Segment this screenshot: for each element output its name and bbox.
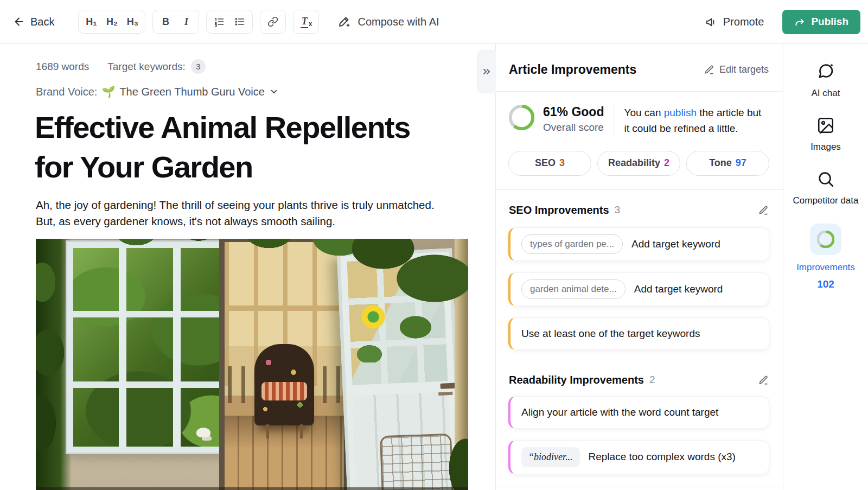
italic-button[interactable]: I: [176, 12, 196, 31]
seo-improvements-header: SEO Improvements 3: [496, 190, 783, 217]
target-keywords-label: Target keywords:: [107, 61, 186, 73]
score-message: You can publish the article but it could…: [614, 105, 769, 137]
h1-button[interactable]: H₁: [81, 12, 101, 31]
search-icon: [816, 170, 835, 188]
link-icon: [267, 16, 278, 27]
bullet-list-icon: [234, 16, 245, 27]
seo-improvement-card[interactable]: types of garden pe... Add target keyword: [508, 227, 769, 261]
promote-label: Promote: [723, 16, 764, 28]
complex-word-chip[interactable]: “biodiver...: [521, 447, 580, 467]
chevron-down-icon: [269, 87, 279, 97]
pencil-icon: [758, 205, 769, 215]
link-group: [260, 10, 286, 34]
overall-score-block: 61% Good Overall score You can publish t…: [496, 92, 783, 137]
collapse-panel-button[interactable]: [477, 50, 496, 93]
top-toolbar: Back H₁ H₂ H₃ B I Tx: [0, 0, 868, 44]
overall-score-donut: [509, 105, 534, 130]
heading-format-group: H₁ H₂ H₃: [78, 10, 145, 34]
brand-voice-label: Brand Voice:: [36, 86, 97, 98]
readability-improvement-card[interactable]: “biodiver... Replace too complex words (…: [508, 440, 769, 474]
picture-icon: [816, 116, 835, 135]
article-title[interactable]: Effective Animal Repellents for Your Gar…: [35, 108, 447, 187]
arrow-left-icon: [13, 16, 25, 28]
panel-bottom-divider: [496, 487, 783, 487]
progress-donut-icon: [817, 231, 834, 248]
pencil-icon: [704, 65, 714, 75]
tone-score-pill[interactable]: Tone 97: [686, 151, 769, 176]
seo-improvement-card[interactable]: garden animal dete... Add target keyword: [508, 272, 769, 306]
score-pills: SEO 3 Readability 2 Tone 97: [496, 137, 783, 190]
keyword-chip[interactable]: types of garden pe...: [521, 234, 623, 254]
bullet-list-button[interactable]: [229, 12, 250, 31]
improvements-active-tile: [810, 224, 841, 255]
rail-item-improvements[interactable]: Improvements 102: [790, 224, 861, 290]
chat-sparkle-icon: [816, 61, 835, 81]
overall-score-caption: Overall score: [543, 122, 604, 133]
article-intro[interactable]: Ah, the joy of gardening! The thrill of …: [36, 197, 470, 230]
target-keywords-count-badge[interactable]: 3: [191, 59, 206, 74]
improvements-count: 102: [817, 278, 834, 290]
publish-button[interactable]: Publish: [782, 10, 860, 34]
clear-formatting-icon: T: [301, 16, 308, 28]
photo-right-grass: [441, 430, 468, 490]
target-keywords[interactable]: Target keywords: 3: [107, 59, 206, 74]
content-editor-app: Back H₁ H₂ H₃ B I Tx: [0, 0, 868, 490]
bold-button[interactable]: B: [155, 12, 176, 31]
compose-with-ai-button[interactable]: Compose with AI: [338, 15, 439, 28]
pencil-icon: [758, 375, 769, 385]
share-arrow-icon: [794, 16, 806, 28]
seo-edit-button[interactable]: [758, 205, 769, 215]
article-improvements-panel: Article Improvements Edit targets 61% Go…: [495, 44, 783, 490]
edit-targets-button[interactable]: Edit targets: [704, 64, 769, 75]
seo-improvements-count: 3: [615, 204, 758, 216]
word-count: 1689 words: [36, 61, 89, 73]
clear-formatting-button[interactable]: Tx: [296, 12, 316, 31]
double-chevron-right-icon: [481, 66, 492, 77]
readability-improvements-header: Readability Improvements 2: [496, 350, 783, 386]
edit-targets-label: Edit targets: [719, 64, 769, 75]
link-button[interactable]: [263, 12, 283, 31]
rail-item-competitor-data[interactable]: Competitor data: [790, 170, 861, 207]
readability-improvement-cards: Align your article with the word count t…: [496, 386, 783, 474]
h2-button[interactable]: H₂: [101, 12, 122, 31]
text-style-group: B I: [152, 10, 199, 34]
megaphone-icon: [705, 16, 718, 28]
seo-improvement-cards: types of garden pe... Add target keyword…: [496, 217, 783, 350]
back-label: Back: [30, 16, 54, 28]
overall-score-value: 61% Good: [543, 105, 604, 119]
publish-label: Publish: [811, 16, 848, 28]
readability-improvements-count: 2: [649, 374, 758, 386]
photo-cushion: [261, 382, 307, 400]
h3-button[interactable]: H₃: [122, 12, 143, 31]
article-image[interactable]: [36, 239, 468, 490]
seo-improvement-card[interactable]: Use at least one of the target keywords: [508, 317, 769, 350]
readability-score-pill[interactable]: Readability 2: [597, 151, 680, 176]
panel-title: Article Improvements: [509, 62, 636, 77]
photo-wood-floor: [225, 416, 344, 490]
ordered-list-button[interactable]: [209, 12, 229, 31]
readability-improvement-card[interactable]: Align your article with the word count t…: [508, 396, 769, 429]
brand-voice-value: The Green Thumb Guru Voice: [119, 86, 265, 98]
right-rail: AI chat Images Competitor data Improveme…: [783, 44, 868, 490]
back-button[interactable]: Back: [13, 16, 54, 28]
rail-item-images[interactable]: Images: [790, 116, 861, 154]
publish-link[interactable]: publish: [664, 107, 697, 118]
photo-bird-statue: [196, 428, 210, 437]
editor-canvas[interactable]: 1689 words Target keywords: 3 Brand Voic…: [0, 44, 495, 490]
rail-item-ai-chat[interactable]: AI chat: [790, 61, 861, 100]
pen-sparkle-icon: [338, 15, 351, 28]
seedling-emoji: 🌱: [101, 85, 115, 98]
panel-header: Article Improvements Edit targets: [496, 44, 783, 92]
seo-score-pill[interactable]: SEO 3: [508, 151, 591, 176]
brand-voice-selector[interactable]: Brand Voice: 🌱 The Green Thumb Guru Voic…: [36, 85, 279, 98]
ordered-list-icon: [214, 16, 225, 27]
photo-overhanging-foliage: [36, 239, 468, 362]
document-meta: 1689 words Target keywords: 3: [36, 59, 206, 74]
list-group: [206, 10, 253, 34]
compose-label: Compose with AI: [358, 16, 439, 28]
promote-button[interactable]: Promote: [705, 16, 764, 28]
readability-edit-button[interactable]: [758, 375, 769, 385]
clear-format-group: Tx: [293, 10, 319, 34]
keyword-chip[interactable]: garden animal dete...: [521, 279, 626, 299]
